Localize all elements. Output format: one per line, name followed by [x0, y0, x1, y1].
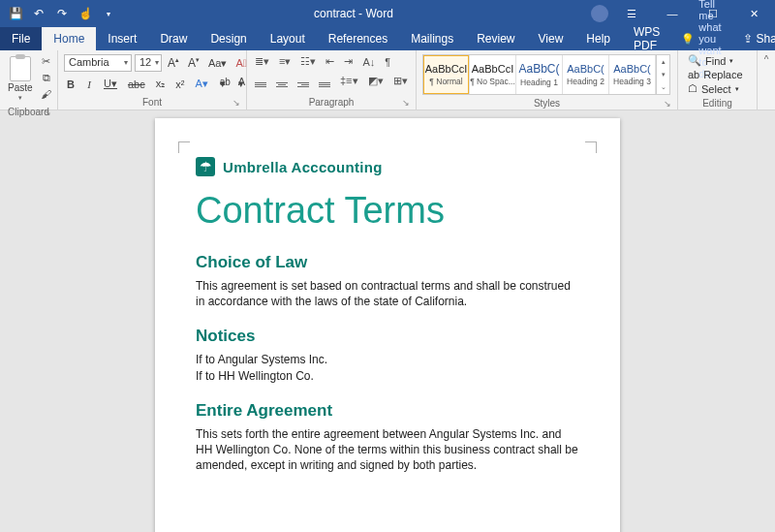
find-button[interactable]: 🔍Find▾ [684, 54, 747, 67]
strikethrough-button[interactable]: abc [125, 78, 148, 91]
align-center-button[interactable] [274, 73, 290, 88]
section-heading: Notices [196, 327, 579, 346]
grow-font-button[interactable]: A▴ [165, 55, 182, 71]
highlight-button[interactable]: ab▾ [216, 77, 230, 91]
share-label: Share [757, 32, 775, 46]
superscript-button[interactable]: x² [172, 78, 187, 91]
tab-file[interactable]: File [0, 27, 42, 50]
subscript-button[interactable]: x₂ [153, 77, 169, 91]
chevron-down-icon: ▾ [155, 58, 159, 67]
styles-gallery-more[interactable]: ▴▾⌄ [656, 55, 669, 94]
tab-layout[interactable]: Layout [259, 27, 317, 50]
align-right-button[interactable] [295, 73, 311, 88]
group-paragraph: ≣▾ ≡▾ ☷▾ ⇤ ⇥ A↓ ¶ ‡≡▾ ◩▾ ⊞▾ Paragraph↘ [247, 50, 417, 110]
chevron-down-icon: ▾ [124, 58, 128, 67]
group-editing: 🔍Find▾ abReplace ☖Select▾ Editing [678, 50, 758, 110]
format-painter-icon[interactable]: 🖌 [39, 87, 54, 101]
copy-icon[interactable]: ⧉ [39, 71, 54, 84]
tab-draw[interactable]: Draw [148, 27, 199, 50]
style-heading-2[interactable]: AaBbC( Heading 2 [563, 55, 609, 94]
tell-me-search[interactable]: 💡 Tell me what you want to do [671, 27, 730, 50]
tab-insert[interactable]: Insert [96, 27, 148, 50]
show-marks-button[interactable]: ¶ [383, 55, 392, 69]
group-label-clipboard: Clipboard↘ [4, 106, 53, 119]
page: ☂ Umbrella Acccounting Contract Terms Ch… [155, 118, 620, 532]
style-name: Heading 2 [567, 77, 604, 86]
dialog-launcher-icon[interactable]: ↘ [232, 98, 240, 108]
share-button[interactable]: ⇪ Share [731, 27, 775, 50]
underline-button[interactable]: U▾ [101, 77, 120, 91]
tab-mailings[interactable]: Mailings [399, 27, 465, 50]
increase-indent-button[interactable]: ⇥ [342, 54, 355, 69]
cursor-icon: ☖ [688, 82, 698, 95]
style-sample: AaBbC( [518, 62, 559, 76]
company-name: Umbrella Acccounting [223, 159, 383, 175]
style-sample: AaBbC( [567, 63, 604, 75]
user-avatar[interactable] [591, 5, 608, 22]
style-normal[interactable]: AaBbCcI ¶ Normal [423, 55, 470, 94]
ribbon: Paste ▾ ✂ ⧉ 🖌 Clipboard↘ Cambria▾ 12▾ A▴… [0, 50, 775, 110]
minimize-button[interactable]: — [655, 0, 690, 27]
cut-icon[interactable]: ✂ [39, 54, 54, 68]
align-left-button[interactable] [253, 73, 268, 88]
tab-design[interactable]: Design [199, 27, 258, 50]
collapse-ribbon-icon[interactable]: ^ [764, 54, 769, 65]
undo-icon[interactable]: ↶ [31, 6, 46, 21]
tab-home[interactable]: Home [42, 27, 96, 50]
document-title: Contract Terms [196, 190, 579, 232]
shrink-font-button[interactable]: A▾ [185, 55, 202, 71]
multilevel-list-button[interactable]: ☷▾ [298, 54, 318, 69]
select-button[interactable]: ☖Select▾ [684, 82, 747, 95]
font-name-combo[interactable]: Cambria▾ [64, 54, 132, 72]
style-sample: AaBbC( [613, 63, 651, 75]
ribbon-options-icon[interactable]: ☰ [614, 0, 649, 27]
crop-mark [178, 141, 190, 153]
letterhead: ☂ Umbrella Acccounting [196, 157, 579, 176]
change-case-button[interactable]: Aa▾ [205, 56, 230, 71]
line-spacing-button[interactable]: ‡≡▾ [338, 74, 360, 88]
group-styles: AaBbCcI ¶ Normal AaBbCcI ¶ No Spac... Aa… [417, 50, 678, 110]
font-color-button[interactable]: A▾ [234, 77, 248, 91]
style-heading-1[interactable]: AaBbC( Heading 1 [516, 55, 563, 94]
tab-review[interactable]: Review [465, 27, 526, 50]
touch-mode-icon[interactable]: ☝ [78, 6, 93, 21]
decrease-indent-button[interactable]: ⇤ [324, 54, 336, 69]
bullets-button[interactable]: ≣▾ [253, 54, 271, 69]
borders-button[interactable]: ⊞▾ [391, 74, 410, 88]
styles-gallery: AaBbCcI ¶ Normal AaBbCcI ¶ No Spac... Aa… [422, 54, 670, 95]
text-effects-button[interactable]: A▾ [192, 77, 210, 91]
tab-wps-pdf[interactable]: WPS PDF [622, 27, 671, 50]
style-name: Heading 1 [520, 78, 558, 87]
dialog-launcher-icon[interactable]: ↘ [402, 98, 410, 108]
shading-button[interactable]: ◩▾ [366, 74, 386, 88]
document-area[interactable]: ☂ Umbrella Acccounting Contract Terms Ch… [0, 110, 775, 532]
italic-button[interactable]: I [82, 78, 96, 91]
dialog-launcher-icon[interactable]: ↘ [44, 108, 51, 117]
section-heading: Choice of Law [196, 253, 579, 272]
replace-button[interactable]: abReplace [684, 69, 747, 80]
qat-dropdown-icon[interactable]: ▾ [101, 6, 116, 21]
group-label-editing: Editing [682, 97, 753, 110]
style-heading-3[interactable]: AaBbC( Heading 3 [609, 55, 656, 94]
tab-help[interactable]: Help [574, 27, 622, 50]
font-size-combo[interactable]: 12▾ [135, 54, 162, 72]
tab-references[interactable]: References [317, 27, 399, 50]
umbrella-logo-icon: ☂ [196, 157, 215, 176]
group-clipboard: Paste ▾ ✂ ⧉ 🖌 Clipboard↘ [0, 50, 58, 110]
style-no-spacing[interactable]: AaBbCcI ¶ No Spac... [470, 55, 516, 94]
style-sample: AaBbCcI [425, 63, 467, 75]
share-icon: ⇪ [743, 32, 753, 46]
sort-button[interactable]: A↓ [360, 55, 377, 69]
section-body: This sets forth the entire agreement bet… [196, 426, 579, 474]
window-title: contract - Word [116, 7, 591, 20]
close-button[interactable]: ✕ [736, 0, 771, 27]
bold-button[interactable]: B [64, 78, 78, 91]
justify-button[interactable] [317, 73, 332, 88]
dialog-launcher-icon[interactable]: ↘ [664, 99, 671, 109]
tab-view[interactable]: View [527, 27, 575, 50]
paste-button[interactable]: Paste ▾ [6, 54, 35, 104]
save-icon[interactable]: 💾 [8, 6, 23, 21]
redo-icon[interactable]: ↷ [54, 6, 70, 21]
title-bar: 💾 ↶ ↷ ☝ ▾ contract - Word ☰ — ☐ ✕ [0, 0, 775, 27]
numbering-button[interactable]: ≡▾ [277, 54, 293, 69]
